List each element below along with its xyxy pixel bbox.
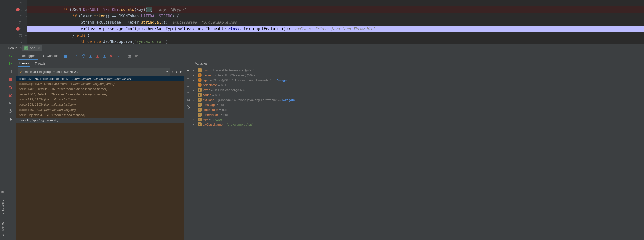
- prev-frame-button[interactable]: ↑: [172, 70, 174, 74]
- console-tab[interactable]: Console: [39, 52, 62, 59]
- breakpoint-icon[interactable]: [16, 8, 20, 11]
- expand-icon[interactable]: ▸: [193, 118, 197, 121]
- variable-row[interactable]: ▸≡exClassName = "org.example.App": [192, 122, 644, 127]
- show-watches-button[interactable]: [186, 105, 190, 110]
- frames-pane: Frames Threads ✔ "main"@1 in group "main…: [16, 60, 184, 240]
- frames-tab[interactable]: Frames: [18, 61, 30, 67]
- expand-icon[interactable]: ▸: [193, 79, 197, 81]
- show-execution-point-button[interactable]: [74, 53, 80, 59]
- gutter-line[interactable]: 78⊟: [0, 45, 27, 51]
- code-line[interactable]: [27, 0, 644, 6]
- variable-row[interactable]: ≡message = null: [192, 102, 644, 107]
- navigate-link[interactable]: Navigate: [277, 78, 290, 82]
- gutter-line[interactable]: 72⊟: [0, 6, 27, 13]
- force-step-into-button[interactable]: [94, 53, 100, 59]
- variables-list[interactable]: ▸≡this = {ThrowableDeserializer@775}▸Ppa…: [192, 67, 644, 240]
- evaluate-expression-button[interactable]: [126, 53, 132, 59]
- resume-button[interactable]: [8, 61, 13, 66]
- gutter-line[interactable]: 74: [0, 19, 27, 26]
- fold-icon[interactable]: ⊟: [25, 8, 27, 11]
- expand-icon[interactable]: ▸: [193, 74, 197, 76]
- variable-row[interactable]: ▸Ptype = {Class@316} "class java.lang.Th…: [192, 77, 644, 82]
- stop-button[interactable]: [8, 77, 13, 82]
- gutter-line[interactable]: 71: [0, 0, 27, 6]
- pin-button[interactable]: [8, 117, 13, 121]
- run-to-cursor-button[interactable]: [115, 53, 121, 59]
- expand-icon[interactable]: ▸: [193, 123, 197, 126]
- remove-watch-button[interactable]: −: [187, 76, 190, 81]
- variable-row[interactable]: ▸≡exClass = {Class@316} "class java.lang…: [192, 97, 644, 102]
- fold-icon[interactable]: ⊟: [25, 34, 27, 37]
- expand-icon[interactable]: ▸: [193, 89, 197, 91]
- thread-selector[interactable]: ✔ "main"@1 in group "main": RUNNING ▾: [18, 68, 170, 76]
- code-line[interactable]: String exClassName = lexer.stringVal(); …: [27, 19, 644, 26]
- var-name: parser: [203, 73, 212, 77]
- layout-icon[interactable]: ▦: [2, 190, 4, 194]
- filter-button[interactable]: ▼: [180, 70, 182, 74]
- gutter-line[interactable]: 75: [0, 26, 27, 32]
- threads-tab[interactable]: Threads: [34, 61, 47, 66]
- step-into-button[interactable]: [88, 53, 94, 59]
- gutter-line[interactable]: 76⊟: [0, 32, 27, 38]
- mute-breakpoints-button[interactable]: [8, 93, 13, 98]
- code-line[interactable]: if (JSON.DEFAULT_TYPE_KEY.equals(key)) {…: [27, 6, 644, 13]
- trace-current-stream-button[interactable]: [133, 53, 139, 59]
- variable-row[interactable]: ▸≡key = "@type": [192, 117, 644, 122]
- code-line-current[interactable]: exClass = parser.getConfig().checkAutoTy…: [27, 26, 644, 32]
- variable-row[interactable]: ≡otherValues = null: [192, 112, 644, 117]
- breakpoint-icon[interactable]: [16, 27, 20, 31]
- stack-frame[interactable]: parseObject:254, JSON (com.alibaba.fastj…: [16, 112, 184, 118]
- fold-icon[interactable]: ⊟: [25, 14, 27, 18]
- fold-icon[interactable]: ⊟: [25, 47, 27, 50]
- variable-row[interactable]: ≡cause = null: [192, 92, 644, 97]
- more-tabs-button[interactable]: [62, 53, 68, 59]
- step-out-button[interactable]: [101, 53, 107, 59]
- step-over-button[interactable]: [80, 53, 86, 59]
- drop-frame-button[interactable]: [108, 53, 114, 59]
- variable-row[interactable]: ▸≡lexer = {JSONScanner@563}: [192, 87, 644, 92]
- stack-frame[interactable]: deserialze:75, ThrowableDeserializer (co…: [16, 76, 184, 81]
- variable-row[interactable]: ▸Pparser = {DefaultJSONParser@567}: [192, 73, 644, 77]
- stack-frame[interactable]: parse:193, JSON (com.alibaba.fastjson): [16, 102, 184, 107]
- get-thread-dump-button[interactable]: [8, 101, 13, 106]
- settings-button[interactable]: [8, 109, 13, 114]
- svg-point-11: [10, 103, 11, 104]
- stack-frame[interactable]: parse:149, JSON (com.alibaba.fastjson): [16, 107, 184, 112]
- new-watch-button[interactable]: +: [187, 68, 190, 73]
- down-button[interactable]: ▼: [187, 91, 189, 94]
- svg-rect-4: [11, 70, 12, 73]
- code-line[interactable]: throw new JSONException("syntax error");: [27, 38, 644, 44]
- variable-row[interactable]: ▸≡this = {ThrowableDeserializer@775}: [192, 68, 644, 73]
- up-button[interactable]: ▲: [187, 84, 189, 88]
- close-icon[interactable]: ×: [38, 46, 40, 50]
- stack-frame[interactable]: parseObject:395, DefaultJSONParser (com.…: [16, 81, 184, 86]
- code-content[interactable]: if (JSON.DEFAULT_TYPE_KEY.equals(key)) {…: [27, 0, 644, 44]
- stack-frame[interactable]: parse:1401, DefaultJSONParser (com.aliba…: [16, 86, 184, 92]
- stack-frame[interactable]: parse:1367, DefaultJSONParser (com.aliba…: [16, 92, 184, 97]
- svg-point-25: [187, 106, 188, 107]
- rerun-button[interactable]: [8, 53, 13, 58]
- svg-rect-22: [135, 56, 137, 56]
- gutter-line[interactable]: 77: [0, 38, 27, 45]
- svg-rect-24: [188, 99, 190, 101]
- expand-icon[interactable]: ▸: [193, 98, 197, 101]
- code-editor[interactable]: 71 72⊟ 73⊟ 74 75 76⊟ 77 78⊟ if (JSON.DEF…: [0, 0, 644, 44]
- stack-frame[interactable]: parse:183, JSON (com.alibaba.fastjson): [16, 97, 184, 102]
- structure-tool-button[interactable]: 7: Structure: [1, 199, 4, 216]
- variable-row[interactable]: PfieldName = null: [192, 82, 644, 87]
- stack-frame[interactable]: main:15, App (org.example): [16, 118, 184, 123]
- dropdown-icon[interactable]: ▾: [166, 70, 168, 74]
- navigate-link[interactable]: Navigate: [282, 98, 294, 102]
- code-line[interactable]: if (lexer.token() == JSONToken.LITERAL_S…: [27, 13, 644, 19]
- favorites-tool-button[interactable]: 2: Favorites: [1, 221, 4, 238]
- next-frame-button[interactable]: ↓: [176, 70, 178, 74]
- expand-icon[interactable]: ▸: [193, 69, 197, 72]
- debugger-tab[interactable]: Debugger: [18, 52, 38, 60]
- view-breakpoints-button[interactable]: [8, 85, 13, 90]
- code-line[interactable]: } else {: [27, 32, 644, 38]
- pause-button[interactable]: [8, 69, 13, 74]
- frames-list[interactable]: deserialze:75, ThrowableDeserializer (co…: [16, 76, 184, 240]
- variable-row[interactable]: ≡stackTrace = null: [192, 107, 644, 112]
- duplicate-watch-button[interactable]: [186, 97, 190, 102]
- gutter-line[interactable]: 73⊟: [0, 13, 27, 19]
